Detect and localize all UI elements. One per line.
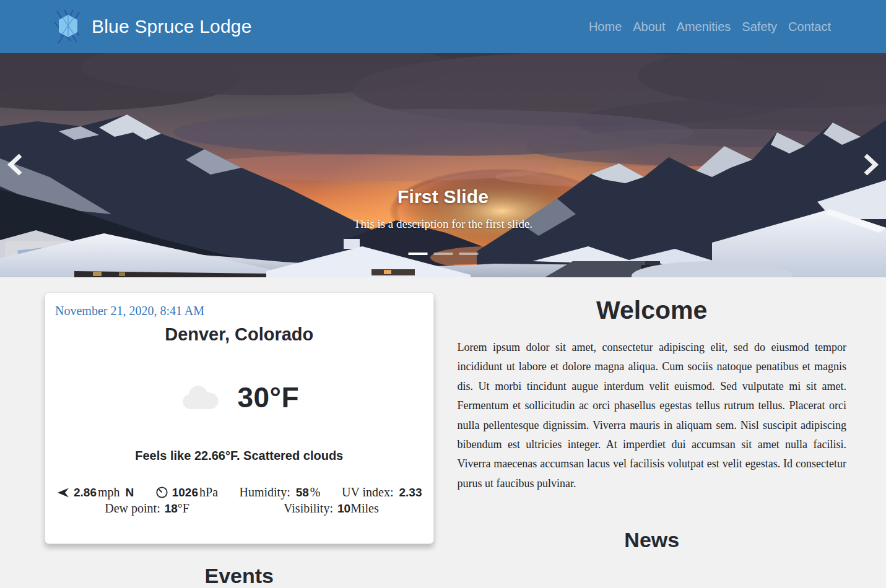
chevron-right-icon (858, 151, 882, 180)
carousel-indicator-3[interactable] (459, 253, 478, 255)
dew-point-reading: Dew point:18°F (55, 501, 239, 516)
logo-snowflake-icon (52, 9, 84, 45)
weather-temperature-row: 30°F (55, 381, 423, 414)
nav-link-home[interactable]: Home (583, 15, 627, 39)
nav-links: Home About Amenities Safety Contact (583, 15, 836, 39)
cloud-icon (179, 382, 219, 413)
welcome-heading: Welcome (458, 296, 847, 325)
events-heading: Events (45, 564, 434, 588)
navbar: Blue Spruce Lodge Home About Amenities S… (0, 0, 886, 53)
carousel-next-button[interactable] (846, 53, 886, 277)
temperature-value: 30°F (237, 381, 299, 414)
weather-card: November 21, 2020, 8:41 AM Denver, Color… (45, 292, 434, 544)
visibility-reading: Visibility:10Miles (239, 501, 423, 516)
wind-reading: 2.86mphN (56, 485, 134, 499)
uv-index-reading: UV index:2.33 (342, 485, 422, 499)
humidity-reading: Humidity:58% (239, 485, 320, 499)
main-content: November 21, 2020, 8:41 AM Denver, Color… (0, 277, 886, 588)
nav-link-amenities[interactable]: Amenities (671, 15, 737, 39)
carousel-indicator-2[interactable] (433, 253, 453, 255)
carousel-indicator-1[interactable] (408, 253, 427, 255)
right-column: Welcome Lorem ipsum dolor sit amet, cons… (458, 292, 847, 588)
carousel-prev-button[interactable] (0, 53, 40, 277)
news-heading: News (458, 528, 847, 552)
pressure-reading: 1026hPa (155, 485, 218, 499)
hero-carousel: First Slide This is a description for th… (0, 53, 886, 277)
nav-link-about[interactable]: About (627, 15, 671, 39)
nav-link-contact[interactable]: Contact (783, 15, 836, 39)
left-column: November 21, 2020, 8:41 AM Denver, Color… (45, 292, 434, 588)
weather-details: 2.86mphN 1026hPa Humidity:58% (55, 485, 423, 516)
brand-text: Blue Spruce Lodge (92, 16, 252, 37)
nav-link-safety[interactable]: Safety (736, 15, 783, 39)
welcome-paragraph: Lorem ipsum dolor sit amet, consectetur … (458, 338, 847, 493)
chevron-left-icon (4, 151, 28, 180)
brand-link[interactable]: Blue Spruce Lodge (52, 9, 252, 45)
slide-description: This is a description for the first slid… (0, 217, 886, 231)
weather-conditions: Feels like 22.66°F. Scattered clouds (55, 449, 423, 463)
weather-datetime: November 21, 2020, 8:41 AM (55, 304, 423, 318)
barometer-icon (155, 486, 168, 499)
slide-title: First Slide (0, 186, 886, 207)
weather-location: Denver, Colorado (55, 324, 423, 345)
carousel-caption: First Slide This is a description for th… (0, 186, 886, 231)
hero-slide-image (0, 53, 886, 277)
wind-direction-icon (56, 486, 70, 499)
carousel-indicators (408, 253, 478, 255)
